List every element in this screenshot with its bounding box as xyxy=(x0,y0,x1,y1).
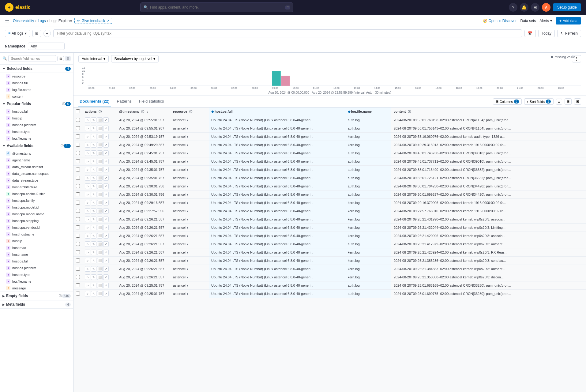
view-row-button[interactable]: ≡ xyxy=(556,99,562,105)
datasets-button[interactable]: Data sets xyxy=(520,19,536,23)
expand-icon-17[interactable]: ▷ xyxy=(85,258,90,263)
edit-icon-13[interactable]: ✎ xyxy=(91,225,96,230)
copy-icon-19[interactable]: ⬜ xyxy=(97,274,103,280)
expand-icon-5[interactable]: ▷ xyxy=(85,159,90,164)
row-checkbox-17[interactable] xyxy=(76,258,80,262)
edit-icon-4[interactable]: ✎ xyxy=(91,150,96,156)
expand-icon-14[interactable]: ▷ xyxy=(85,233,90,239)
row-checkbox-9[interactable] xyxy=(76,192,80,196)
row-checkbox-20[interactable] xyxy=(76,283,80,287)
resource-dropdown-19[interactable]: ▾ xyxy=(187,276,188,279)
copy-icon-9[interactable]: ⬜ xyxy=(97,192,103,197)
edit-icon-7[interactable]: ✎ xyxy=(91,175,96,181)
avail-field-host-cpu-family[interactable]: k host.cpu.family xyxy=(0,197,73,204)
open-discover-link[interactable]: 🧭 Open in Discover xyxy=(483,19,517,23)
copy-icon-1[interactable]: ⬜ xyxy=(97,126,103,131)
share-icon-5[interactable]: ↗ xyxy=(103,159,109,164)
resource-dropdown-7[interactable]: ▾ xyxy=(187,176,188,180)
date-picker-button[interactable]: 📅 xyxy=(524,30,536,37)
popular-field-host-os-full[interactable]: k host.os.full xyxy=(0,108,73,115)
popular-field-log-file-name[interactable]: k log.file.name xyxy=(0,135,73,142)
share-icon-16[interactable]: ↗ xyxy=(103,250,109,255)
resource-dropdown-10[interactable]: ▾ xyxy=(187,201,188,205)
expand-icon-9[interactable]: ▷ xyxy=(85,192,90,197)
row-checkbox-13[interactable] xyxy=(76,225,80,229)
timestamp-sort-icon[interactable]: ↓ xyxy=(146,110,148,113)
avail-field-host-cpu-cache[interactable]: # host.cpu.cache.l2.size xyxy=(0,190,73,197)
edit-icon-18[interactable]: ✎ xyxy=(91,266,96,272)
avail-field-host-name[interactable]: k host.name xyxy=(0,251,73,258)
avail-field-host-os-full-2[interactable]: k host.os.full xyxy=(0,258,73,265)
tab-documents[interactable]: Documents (22) xyxy=(78,96,111,107)
row-checkbox-3[interactable] xyxy=(76,143,80,147)
resource-dropdown-8[interactable]: ▾ xyxy=(187,185,188,188)
edit-icon-2[interactable]: ✎ xyxy=(91,134,96,139)
expand-icon-0[interactable]: ▷ xyxy=(85,117,90,123)
avail-field-host-cpu-stepping[interactable]: k host.cpu.stepping xyxy=(0,217,73,224)
meta-fields-section-header[interactable]: Meta fields 4 xyxy=(0,300,73,309)
row-checkbox-0[interactable] xyxy=(76,118,80,122)
share-icon-7[interactable]: ↗ xyxy=(103,175,109,181)
th-log-file-name[interactable]: ◆ log.file.name xyxy=(345,107,391,116)
row-checkbox-18[interactable] xyxy=(76,267,80,271)
share-icon-20[interactable]: ↗ xyxy=(103,283,109,288)
tab-patterns[interactable]: Patterns xyxy=(116,96,133,107)
copy-icon-7[interactable]: ⬜ xyxy=(97,175,103,181)
avail-field-host-ip[interactable]: i host.ip xyxy=(0,238,73,244)
copy-icon-6[interactable]: ⬜ xyxy=(97,167,103,172)
popular-field-host-os-platform[interactable]: k host.os.platform xyxy=(0,122,73,128)
namespace-select[interactable]: Any xyxy=(28,43,65,50)
selected-fields-section-header[interactable]: Selected fields 4 xyxy=(0,65,73,73)
resource-dropdown-13[interactable]: ▾ xyxy=(187,226,188,229)
share-icon-19[interactable]: ↗ xyxy=(103,274,109,280)
elastic-logo[interactable]: elastic xyxy=(5,3,31,12)
field-search-input[interactable] xyxy=(8,55,56,62)
field-item-log-file-name[interactable]: k log.file.name xyxy=(0,86,73,93)
add-data-button[interactable]: + Add data xyxy=(556,17,581,24)
row-checkbox-16[interactable] xyxy=(76,250,80,254)
avail-field-data-stream-dataset[interactable]: k data_stream.dataset xyxy=(0,164,73,170)
row-checkbox-2[interactable] xyxy=(76,134,80,138)
today-button[interactable]: Today xyxy=(538,30,555,37)
row-checkbox-5[interactable] xyxy=(76,159,80,163)
share-icon-13[interactable]: ↗ xyxy=(103,225,109,230)
expand-icon-3[interactable]: ▷ xyxy=(85,142,90,148)
avail-field-host-architecture[interactable]: k host.architecture xyxy=(0,184,73,190)
avail-field-host-cpu-model-id[interactable]: k host.cpu.model.id xyxy=(0,204,73,211)
avail-field-message[interactable]: t message xyxy=(0,285,73,292)
resource-dropdown-21[interactable]: ▾ xyxy=(187,292,188,296)
field-item-content[interactable]: t content xyxy=(0,93,73,100)
avail-field-data-stream-type[interactable]: k data_stream.type xyxy=(0,177,73,184)
expand-icon-7[interactable]: ▷ xyxy=(85,175,90,181)
global-search-bar[interactable]: 🔍 */ xyxy=(140,2,293,12)
expand-icon-18[interactable]: ▷ xyxy=(85,266,90,272)
avail-field-data-stream-namespace[interactable]: k data_stream.namespace xyxy=(0,170,73,177)
empty-fields-section-header[interactable]: Empty fields ⓘ 646 xyxy=(0,292,73,300)
share-icon-4[interactable]: ↗ xyxy=(103,150,109,156)
breakdown-button[interactable]: Breakdown by log.level ▾ xyxy=(111,55,159,62)
resource-dropdown-12[interactable]: ▾ xyxy=(187,218,188,221)
copy-icon-4[interactable]: ⬜ xyxy=(97,150,103,156)
field-item-resource[interactable]: k resource xyxy=(0,73,73,80)
avail-field-host-os-type[interactable]: k host.os.type xyxy=(0,271,73,278)
share-icon-12[interactable]: ↗ xyxy=(103,217,109,222)
edit-icon-6[interactable]: ✎ xyxy=(91,167,96,172)
th-host-os-full[interactable]: ◆ host.os.full xyxy=(209,107,345,116)
resource-dropdown-9[interactable]: ▾ xyxy=(187,193,188,196)
row-checkbox-6[interactable] xyxy=(76,168,80,172)
copy-icon-13[interactable]: ⬜ xyxy=(97,225,103,230)
avatar[interactable]: A xyxy=(542,3,550,12)
edit-icon-10[interactable]: ✎ xyxy=(91,200,96,205)
resource-dropdown-18[interactable]: ▾ xyxy=(187,267,188,271)
field-item-host-os-full[interactable]: k host.os.full xyxy=(0,80,73,86)
select-all-checkbox[interactable] xyxy=(76,109,80,113)
popular-fields-section-header[interactable]: Popular fields ⓘ 5 xyxy=(0,100,73,108)
expand-icon-15[interactable]: ▷ xyxy=(85,241,90,247)
edit-icon-5[interactable]: ✎ xyxy=(91,159,96,164)
share-icon-18[interactable]: ↗ xyxy=(103,266,109,272)
copy-icon-15[interactable]: ⬜ xyxy=(97,241,103,247)
expand-icon-4[interactable]: ▷ xyxy=(85,150,90,156)
expand-icon-2[interactable]: ▷ xyxy=(85,134,90,139)
edit-icon-16[interactable]: ✎ xyxy=(91,250,96,255)
share-icon-21[interactable]: ↗ xyxy=(103,291,109,296)
